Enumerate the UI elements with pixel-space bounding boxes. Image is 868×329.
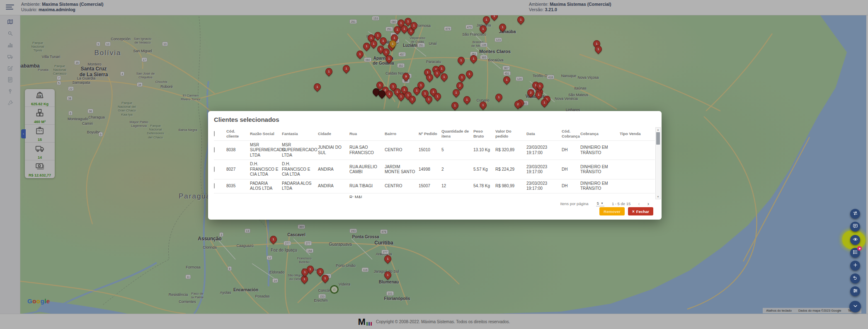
column-header[interactable]: Quantidade de itens [441, 127, 473, 140]
remove-button[interactable]: Remover [599, 207, 625, 215]
row-checkbox[interactable] [214, 147, 215, 152]
column-header[interactable]: Razão Social [250, 130, 282, 138]
table-cell: ANDIRA [318, 182, 349, 191]
route-icon [853, 210, 858, 218]
notification-badge [857, 246, 862, 251]
filter-icon [853, 288, 858, 295]
column-header[interactable]: Cód. Cobrança [562, 127, 580, 140]
page-size-value: 5 [597, 201, 599, 206]
scroll-up-icon[interactable]: ▲ [657, 128, 659, 132]
scroll-down-icon[interactable]: ▼ [657, 195, 659, 199]
table-cell: DINHEIRO EM TRÂNSITO [580, 163, 620, 177]
fab-filter[interactable] [850, 286, 860, 296]
column-header[interactable]: Cidade [318, 130, 349, 138]
plus-icon [853, 262, 858, 269]
column-header[interactable]: Peso Bruto [473, 127, 495, 140]
table-cell: KOMIYA ARIOSO LTDA [250, 196, 282, 198]
table-cell [620, 184, 655, 188]
table-cell: 23/03/2023 19:17:00 [526, 143, 562, 157]
chevron-down-icon: ▼ [601, 202, 604, 205]
table-cell: JARDIM MONTE SANTO [385, 163, 419, 177]
table-cell: D.H. FRANCISCO E CIA LTDA [282, 160, 318, 179]
column-header[interactable]: Cód. cliente [226, 127, 250, 140]
table-cell: RUA SAO FRANCISCO [349, 143, 385, 157]
table-scrollbar[interactable]: ▲ ▼ [655, 127, 661, 199]
table-body: 8038MSR SUPERMERCADO LTDAMSR SUPERMERCAD… [214, 141, 655, 198]
table-cell: RUA TIBAGI [349, 182, 385, 191]
undo-icon [853, 275, 858, 282]
page-range-label: 1 - 5 de 15 [612, 201, 630, 206]
scrollbar-thumb[interactable] [656, 132, 660, 145]
table-cell: 12 [441, 182, 473, 191]
table-cell: MSR SUPERMERCADO LTDA [282, 141, 318, 160]
table-cell: CENTRO [385, 146, 419, 155]
column-header[interactable]: Fantasia [282, 130, 318, 138]
eye-icon [853, 236, 858, 244]
table-cell: ANDIRA [318, 165, 349, 174]
table-cell: D.H. FRANCISCO E CIA LTDA [250, 160, 282, 179]
table-cell: 8035 [226, 182, 250, 191]
remove-label: Remover [604, 209, 621, 214]
previous-page-button[interactable]: ‹ [638, 201, 640, 207]
next-page-button[interactable]: › [647, 201, 649, 207]
table-row[interactable]: 8010KOMIYA ARIOSO LTDAKOMIYA ARIOSO LTDA… [214, 194, 655, 198]
chevron-down-icon [852, 303, 858, 311]
table-cell: JUNDIAI DO SUL [318, 143, 349, 157]
fab-eye[interactable] [850, 235, 860, 245]
close-button[interactable]: × Fechar [628, 207, 653, 215]
column-header[interactable]: Bairro [385, 130, 419, 138]
table-cell: 23/03/2023 19:17:00 [526, 179, 562, 193]
table-cell [620, 149, 655, 152]
list-icon [853, 249, 858, 256]
table-cell: 5.57 Kg [473, 165, 495, 174]
page-size-select[interactable]: 5 ▼ [596, 201, 604, 206]
fab-route[interactable] [850, 209, 860, 219]
table-cell: 8038 [226, 146, 250, 155]
table-cell: DINHEIRO EM TRÂNSITO [580, 179, 620, 193]
select-all-checkbox[interactable] [214, 131, 215, 136]
fab-chevron-down[interactable] [849, 301, 861, 312]
table-cell: 15007 [419, 182, 441, 191]
table-cell: CENTRO [385, 182, 419, 191]
column-header[interactable]: Rua [349, 130, 385, 138]
modal-actions: Remover × Fechar [599, 207, 653, 215]
row-checkbox[interactable] [214, 183, 215, 189]
table-cell: DH [562, 146, 580, 155]
modal-title: Clientes selecionados [214, 116, 662, 123]
table-cell: 8027 [226, 165, 250, 174]
table-row[interactable]: 8035PADARIA ALOS LTDAPADARIA ALOS LTDAAN… [214, 179, 655, 194]
table-cell: KOMIYA ARIOSO LTDA [282, 196, 318, 198]
table-cell: 13.10 Kg [473, 146, 495, 155]
table-cell: 23/03/2023 19:17:00 [526, 163, 562, 177]
column-header[interactable]: Data [526, 130, 562, 138]
row-checkbox[interactable] [214, 167, 215, 172]
pagination-bar: Itens por página 5 ▼ 1 - 5 de 15 ‹ › [208, 201, 649, 207]
column-header[interactable]: Tipo Venda [620, 130, 655, 138]
table-cell: 14998 [419, 165, 441, 174]
table-cell [620, 168, 655, 171]
table-cell: 54.78 Kg [473, 182, 495, 191]
table-cell: DINHEIRO EM TRÂNSITO [580, 143, 620, 157]
fab-plus[interactable] [850, 261, 860, 271]
table-cell: PADARIA ALOS LTDA [250, 179, 282, 193]
column-header[interactable]: Cobrança [580, 130, 620, 138]
clients-table: Cód. clienteRazão SocialFantasiaCidadeRu… [214, 127, 655, 198]
column-header[interactable]: Valor Do pedido [495, 127, 526, 140]
table-cell: 15010 [419, 146, 441, 155]
table-row[interactable]: 8038MSR SUPERMERCADO LTDAMSR SUPERMERCAD… [214, 141, 655, 160]
table-cell: DINHEIRO EM TRÂNSITO [580, 196, 620, 198]
fab-chat[interactable] [850, 222, 860, 232]
table-row[interactable]: 8027D.H. FRANCISCO E CIA LTDAD.H. FRANCI… [214, 160, 655, 179]
table-cell: 2 [441, 165, 473, 174]
table-cell: 5 [441, 146, 473, 155]
table-cell: 23/03/2023 19:17:00 [526, 196, 562, 198]
table-cell: R$ 320,89 [495, 146, 526, 155]
column-header[interactable]: Nº Pedido [419, 130, 441, 138]
selected-clients-modal: Clientes selecionados Cód. clienteRazão … [208, 111, 662, 220]
table-header-row: Cód. clienteRazão SocialFantasiaCidadeRu… [214, 127, 655, 141]
table-cell: PADARIA ALOS LTDA [282, 179, 318, 193]
close-label: Fechar [636, 209, 649, 214]
chat-icon [853, 223, 858, 230]
table-cell: R: MAL. DEODORO DA FONSECA [349, 194, 385, 198]
fab-undo[interactable] [850, 273, 860, 283]
